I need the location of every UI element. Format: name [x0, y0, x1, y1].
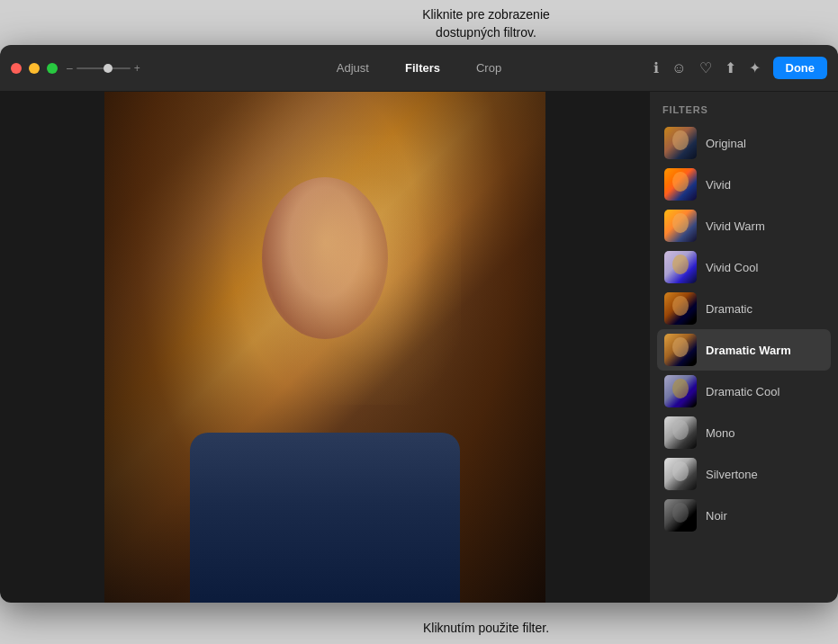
filter-item-dramatic-cool[interactable]: Dramatic Cool [657, 371, 831, 412]
filter-label-vivid-warm: Vivid Warm [706, 219, 765, 233]
filter-label-original: Original [706, 137, 746, 150]
photo-display [104, 92, 545, 603]
minimize-button[interactable] [29, 63, 40, 74]
photo-area [0, 92, 649, 603]
filter-item-vivid-cool[interactable]: Vivid Cool [657, 246, 831, 288]
tab-crop[interactable]: Crop [469, 58, 509, 78]
plus-icon: + [134, 62, 140, 75]
emoji-icon[interactable]: ☺ [671, 60, 686, 76]
filter-thumb-vivid-warm [664, 210, 697, 242]
filter-label-mono: Mono [706, 426, 735, 440]
slider-track[interactable] [77, 67, 131, 69]
filter-thumb-original [664, 127, 697, 159]
minus-icon: – [67, 62, 73, 75]
filter-item-vivid[interactable]: Vivid [657, 164, 831, 205]
filter-item-dramatic-warm[interactable]: Dramatic Warm [657, 329, 831, 371]
tab-filters[interactable]: Filters [398, 58, 447, 78]
tab-adjust[interactable]: Adjust [329, 58, 376, 78]
filter-item-silvertone[interactable]: Silvertone [657, 453, 831, 495]
photo-jacket [190, 433, 460, 603]
filter-thumb-silvertone [664, 458, 697, 490]
toolbar-right: ℹ ☺ ♡ ⬆ ✦ Done [653, 57, 827, 79]
filter-item-original[interactable]: Original [657, 122, 831, 164]
filter-thumb-vivid-cool [664, 251, 697, 283]
share-icon[interactable]: ⬆ [725, 59, 736, 76]
filter-item-mono[interactable]: Mono [657, 412, 831, 453]
filter-item-dramatic[interactable]: Dramatic [657, 288, 831, 329]
main-content: FILTERS Original Vivid [0, 92, 838, 603]
filter-list: Original Vivid Vivid Warm [650, 122, 838, 536]
filters-section-title: FILTERS [650, 92, 838, 122]
filter-thumb-vivid [664, 168, 697, 201]
filter-thumb-noir [664, 499, 697, 532]
annotation-bottom: Kliknutím použite filter. [387, 619, 585, 637]
filter-label-dramatic: Dramatic [706, 302, 752, 316]
wand-icon[interactable]: ✦ [749, 59, 761, 76]
window-controls [11, 63, 58, 74]
annotation-top: Kliknite pre zobrazeniedostupných filtro… [387, 5, 585, 42]
brightness-slider[interactable]: – + [67, 62, 140, 75]
filter-label-noir: Noir [706, 509, 727, 523]
filter-item-noir[interactable]: Noir [657, 495, 831, 536]
titlebar: – + Adjust Filters Crop ℹ ☺ ♡ ⬆ ✦ Done [0, 45, 838, 92]
close-button[interactable] [11, 63, 22, 74]
filter-label-dramatic-warm: Dramatic Warm [706, 344, 791, 357]
filters-sidebar: FILTERS Original Vivid [649, 92, 838, 603]
done-button[interactable]: Done [773, 57, 828, 79]
heart-icon[interactable]: ♡ [699, 59, 712, 76]
maximize-button[interactable] [47, 63, 58, 74]
filter-thumb-mono [664, 416, 697, 449]
filter-thumb-dramatic-cool [664, 375, 697, 407]
filter-thumb-dramatic-warm [664, 334, 697, 366]
info-icon[interactable]: ℹ [653, 59, 659, 76]
outer-wrapper: Kliknite pre zobrazeniedostupných filtro… [0, 0, 838, 644]
filter-label-vivid-cool: Vivid Cool [706, 261, 758, 274]
filter-item-vivid-warm[interactable]: Vivid Warm [657, 205, 831, 246]
photo-background [104, 92, 545, 603]
filter-label-vivid: Vivid [706, 178, 731, 192]
app-window: – + Adjust Filters Crop ℹ ☺ ♡ ⬆ ✦ Done [0, 45, 838, 603]
filter-thumb-dramatic [664, 292, 697, 325]
filter-label-dramatic-cool: Dramatic Cool [706, 385, 779, 398]
tab-bar: Adjust Filters Crop [329, 58, 509, 78]
filter-label-silvertone: Silvertone [706, 468, 758, 481]
photo-face [262, 177, 388, 339]
